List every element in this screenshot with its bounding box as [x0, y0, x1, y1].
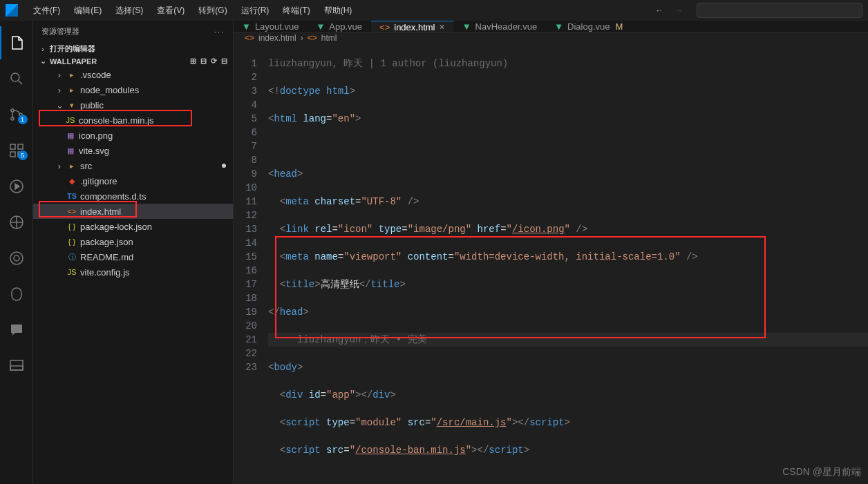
copilot-icon[interactable]: [0, 278, 33, 311]
new-file-icon[interactable]: ⊞: [190, 57, 196, 66]
svg-rect-5: [18, 144, 23, 149]
breadcrumb[interactable]: <> index.html› <> html: [234, 33, 868, 43]
file-components-dts[interactable]: ›TScomponents.d.ts: [33, 188, 233, 204]
file-package-lock[interactable]: ›{ }package-lock.json: [33, 219, 233, 234]
svg-point-2: [11, 117, 14, 120]
folder-vscode[interactable]: ›▸.vscode: [33, 67, 233, 82]
tab-index-html[interactable]: <>index.html×: [371, 21, 454, 32]
menu-edit[interactable]: 编辑(E): [68, 2, 107, 19]
svg-rect-6: [10, 152, 15, 157]
file-icon-png[interactable]: ▦icon.png: [33, 128, 233, 143]
explorer-icon[interactable]: [0, 26, 33, 59]
search-icon[interactable]: [0, 62, 33, 95]
file-readme[interactable]: ›ⓘREADME.md: [33, 249, 233, 264]
sidebar: 资源管理器 ··· ›打开的编辑器 ⌄WALLPAPER ⊞ ⊟ ⟳ ⊟ ›▸.…: [33, 21, 234, 484]
menu-select[interactable]: 选择(S): [110, 2, 149, 19]
refresh-icon[interactable]: ⟳: [211, 57, 217, 66]
scm-icon[interactable]: 1: [0, 98, 33, 131]
modified-dot-icon: [222, 164, 226, 168]
titlebar: 文件(F) 编辑(E) 选择(S) 查看(V) 转到(G) 运行(R) 终端(T…: [0, 0, 868, 21]
menu-view[interactable]: 查看(V): [151, 2, 190, 19]
file-vite-svg[interactable]: ▦vite.svg: [33, 143, 233, 158]
menu-goto[interactable]: 转到(G): [193, 2, 232, 19]
menu-run[interactable]: 运行(R): [236, 2, 275, 19]
file-console-ban[interactable]: JSconsole-ban.min.js: [33, 113, 233, 128]
file-gitignore[interactable]: ›◆.gitignore: [33, 173, 233, 188]
chat-icon[interactable]: [0, 313, 33, 347]
svg-point-0: [11, 73, 19, 81]
code-area[interactable]: 1234567891011121314151617181920212223 li…: [234, 43, 868, 484]
remote-icon[interactable]: [0, 206, 33, 239]
activitybar: 1 5: [0, 21, 33, 484]
file-vite-config[interactable]: ›JSvite.config.js: [33, 264, 233, 280]
back-icon[interactable]: ←: [655, 6, 663, 15]
panel-icon[interactable]: [0, 349, 33, 383]
folder-public[interactable]: ⌄▾public: [33, 97, 233, 113]
project-section[interactable]: ⌄WALLPAPER ⊞ ⊟ ⟳ ⊟: [33, 55, 233, 67]
watermark: CSDN @星月前端: [782, 466, 861, 478]
tab-navheader-vue[interactable]: ▼NavHeader.vue: [454, 21, 547, 32]
tabs: ▼Layout.vue ▼App.vue <>index.html× ▼NavH…: [234, 21, 868, 33]
tab-app-vue[interactable]: ▼App.vue: [308, 21, 371, 32]
tab-layout-vue[interactable]: ▼Layout.vue: [234, 21, 308, 32]
open-editors-section[interactable]: ›打开的编辑器: [33, 42, 233, 55]
command-center[interactable]: [697, 3, 862, 18]
menu-help[interactable]: 帮助(H): [319, 2, 358, 19]
close-icon[interactable]: ×: [440, 21, 445, 32]
svg-point-10: [10, 252, 23, 264]
folder-node-modules[interactable]: ›▸node_modules: [33, 82, 233, 97]
editor: ▼Layout.vue ▼App.vue <>index.html× ▼NavH…: [234, 21, 868, 484]
collapse-icon[interactable]: ⊟: [221, 57, 227, 66]
svg-rect-4: [10, 144, 15, 149]
git-blame: liuzhangyun, 昨天 | 1 author (liuzhangyun): [268, 57, 868, 70]
debug-icon[interactable]: [0, 170, 33, 203]
file-tree: ›▸.vscode ›▸node_modules ⌄▾public JScons…: [33, 67, 233, 280]
menu-terminal[interactable]: 终端(T): [277, 2, 315, 19]
gutter: 1234567891011121314151617181920212223: [234, 43, 268, 484]
nav-arrows: ← →: [655, 6, 683, 15]
new-folder-icon[interactable]: ⊟: [200, 57, 207, 66]
file-index-html[interactable]: ›<>index.html: [33, 204, 233, 219]
extensions-icon[interactable]: 5: [0, 134, 33, 167]
edge-icon[interactable]: [0, 242, 33, 275]
explorer-title: 资源管理器: [41, 26, 79, 37]
forward-icon[interactable]: →: [674, 6, 683, 15]
code-content[interactable]: liuzhangyun, 昨天 | 1 author (liuzhangyun)…: [268, 43, 868, 484]
vscode-logo-icon: [6, 4, 18, 17]
svg-point-11: [14, 255, 19, 261]
menu-file[interactable]: 文件(F): [28, 2, 66, 19]
svg-rect-13: [10, 366, 23, 370]
tab-dialog-vue[interactable]: ▼Dialog.vueM: [546, 21, 632, 32]
more-icon[interactable]: ···: [214, 28, 225, 36]
svg-rect-12: [10, 360, 23, 370]
file-package-json[interactable]: ›{ }package.json: [33, 234, 233, 249]
svg-point-1: [11, 109, 14, 112]
folder-src[interactable]: ›▸src: [33, 158, 233, 173]
